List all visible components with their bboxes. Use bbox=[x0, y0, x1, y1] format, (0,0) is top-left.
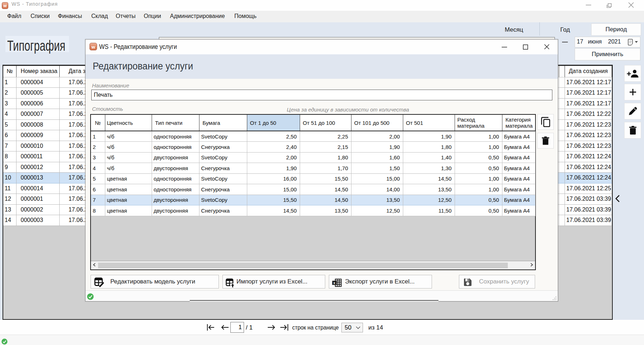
svg-text:w: w bbox=[3, 3, 7, 8]
svg-text:w: w bbox=[91, 44, 95, 50]
svg-text:x: x bbox=[333, 281, 335, 285]
